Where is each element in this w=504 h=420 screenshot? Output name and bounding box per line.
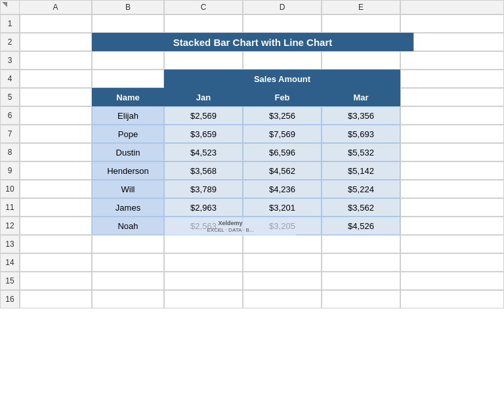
cell-10-F [400, 180, 504, 198]
title-cell: Stacked Bar Chart with Line Chart [92, 33, 413, 51]
row-num-1: 1 [0, 14, 20, 33]
cell-1-D[interactable] [243, 14, 322, 33]
cell-4-B[interactable] [92, 70, 164, 88]
cell-13-E[interactable] [322, 235, 400, 253]
col-header-row: A B C D E [0, 0, 504, 14]
col-feb-header: Feb [243, 88, 322, 106]
cell-1-C[interactable] [164, 14, 243, 33]
col-header-D: D [243, 0, 322, 14]
cell-13-A[interactable] [20, 235, 92, 253]
cell-4-A[interactable] [20, 70, 92, 88]
row-num-11: 11 [0, 198, 20, 217]
row-1: 1 [0, 14, 504, 33]
cell-15-B[interactable] [92, 272, 164, 290]
cell-9-F [400, 161, 504, 180]
data-mar-12[interactable]: $4,526 [322, 217, 400, 235]
data-mar-6[interactable]: $3,356 [322, 106, 400, 125]
col-header-E: E [322, 0, 400, 14]
cell-14-A[interactable] [20, 253, 92, 272]
cell-8-F [400, 143, 504, 161]
cell-14-D[interactable] [243, 253, 322, 272]
row-5: 5 Name Jan Feb Mar [0, 88, 504, 106]
cell-5-A[interactable] [20, 88, 92, 106]
row-num-14: 14 [0, 253, 20, 272]
cell-16-E[interactable] [322, 290, 400, 308]
cell-14-B[interactable] [92, 253, 164, 272]
cell-3-A[interactable] [20, 51, 92, 70]
cell-9-A[interactable] [20, 161, 92, 180]
data-feb-8[interactable]: $6,596 [243, 143, 322, 161]
data-jan-6[interactable]: $2,569 [164, 106, 243, 125]
cell-3-F [400, 51, 504, 70]
cell-7-F [400, 125, 504, 143]
row-16: 16 [0, 290, 504, 308]
cell-2-A[interactable] [20, 33, 92, 51]
data-name-7[interactable]: Pope [92, 125, 164, 143]
cell-1-E[interactable] [322, 14, 400, 33]
data-name-12[interactable]: Noah [92, 217, 164, 235]
cell-12-F [400, 217, 504, 235]
data-name-11[interactable]: James [92, 198, 164, 217]
row-8: 8 Dustin $4,523 $6,596 $5,532 [0, 143, 504, 161]
cell-3-E[interactable] [322, 51, 400, 70]
data-name-6[interactable]: Elijah [92, 106, 164, 125]
data-mar-8[interactable]: $5,532 [322, 143, 400, 161]
cell-10-A[interactable] [20, 180, 92, 198]
data-mar-9[interactable]: $5,142 [322, 161, 400, 180]
cell-16-D[interactable] [243, 290, 322, 308]
data-feb-6[interactable]: $3,256 [243, 106, 322, 125]
data-feb-12[interactable]: $3,205 [243, 217, 322, 235]
row-4: 4 Sales Amount [0, 70, 504, 88]
corner-cell [0, 0, 20, 14]
data-feb-7[interactable]: $7,569 [243, 125, 322, 143]
data-jan-8[interactable]: $4,523 [164, 143, 243, 161]
data-jan-12[interactable]: $2,563 Xeldemy EXCEL · DATA · B... [164, 217, 243, 235]
cell-8-A[interactable] [20, 143, 92, 161]
cell-6-A[interactable] [20, 106, 92, 125]
data-jan-9[interactable]: $3,568 [164, 161, 243, 180]
row-num-15: 15 [0, 272, 20, 290]
col-name-header: Name [92, 88, 164, 106]
row-num-12: 12 [0, 217, 20, 235]
data-mar-10[interactable]: $5,224 [322, 180, 400, 198]
cell-13-B[interactable] [92, 235, 164, 253]
data-feb-9[interactable]: $4,562 [243, 161, 322, 180]
data-name-8[interactable]: Dustin [92, 143, 164, 161]
cell-3-C[interactable] [164, 51, 243, 70]
data-jan-7[interactable]: $3,659 [164, 125, 243, 143]
cell-15-C[interactable] [164, 272, 243, 290]
cell-13-C[interactable] [164, 235, 243, 253]
data-feb-11[interactable]: $3,201 [243, 198, 322, 217]
cell-7-A[interactable] [20, 125, 92, 143]
data-mar-7[interactable]: $5,693 [322, 125, 400, 143]
data-name-9[interactable]: Henderson [92, 161, 164, 180]
cell-14-C[interactable] [164, 253, 243, 272]
cell-16-A[interactable] [20, 290, 92, 308]
row-7: 7 Pope $3,659 $7,569 $5,693 [0, 125, 504, 143]
row-num-2: 2 [0, 33, 20, 51]
col-jan-header: Jan [164, 88, 243, 106]
cell-1-B[interactable] [92, 14, 164, 33]
cell-3-B[interactable] [92, 51, 164, 70]
data-jan-10[interactable]: $3,789 [164, 180, 243, 198]
cell-13-F [400, 235, 504, 253]
data-mar-11[interactable]: $3,562 [322, 198, 400, 217]
col-mar-header: Mar [322, 88, 400, 106]
row-num-13: 13 [0, 235, 20, 253]
cell-14-E[interactable] [322, 253, 400, 272]
row-num-5: 5 [0, 88, 20, 106]
cell-15-D[interactable] [243, 272, 322, 290]
cell-12-A[interactable] [20, 217, 92, 235]
data-name-10[interactable]: Will [92, 180, 164, 198]
cell-16-B[interactable] [92, 290, 164, 308]
cell-16-C[interactable] [164, 290, 243, 308]
row-num-8: 8 [0, 143, 20, 161]
cell-11-A[interactable] [20, 198, 92, 217]
cell-15-A[interactable] [20, 272, 92, 290]
cell-13-D[interactable] [243, 235, 322, 253]
cell-3-D[interactable] [243, 51, 322, 70]
cell-1-A[interactable] [20, 14, 92, 33]
cell-15-E[interactable] [322, 272, 400, 290]
data-jan-11[interactable]: $2,963 [164, 198, 243, 217]
data-feb-10[interactable]: $4,236 [243, 180, 322, 198]
